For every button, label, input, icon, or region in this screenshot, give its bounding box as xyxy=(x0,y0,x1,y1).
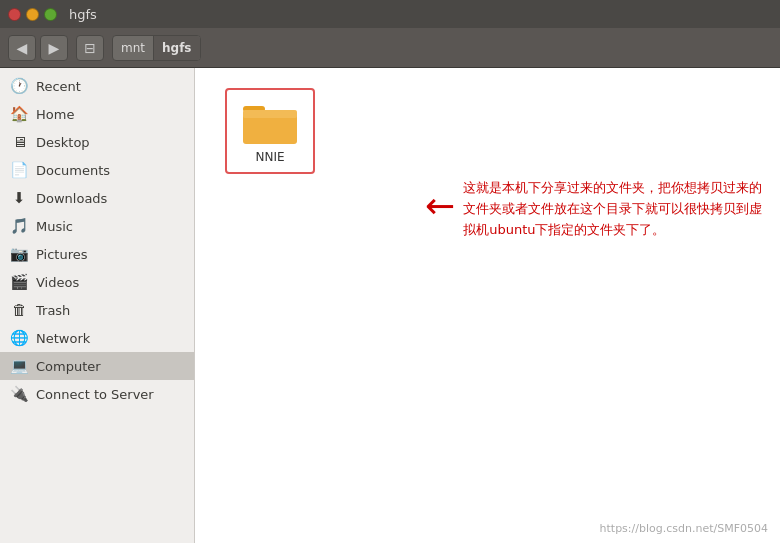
network-icon: 🌐 xyxy=(10,329,28,347)
maximize-button[interactable] xyxy=(44,8,57,21)
sidebar-item-documents[interactable]: 📄 Documents xyxy=(0,156,194,184)
svg-rect-2 xyxy=(243,110,297,118)
sidebar-item-music[interactable]: 🎵 Music xyxy=(0,212,194,240)
window-title: hgfs xyxy=(69,7,97,22)
sidebar-item-trash[interactable]: 🗑 Trash xyxy=(0,296,194,324)
sidebar-item-computer[interactable]: 💻 Computer xyxy=(0,352,194,380)
back-button[interactable]: ◀ xyxy=(8,35,36,61)
sidebar-item-videos[interactable]: 🎬 Videos xyxy=(0,268,194,296)
sidebar: 🕐 Recent 🏠 Home 🖥 Desktop 📄 Documents ⬇ … xyxy=(0,68,195,543)
sidebar-label-desktop: Desktop xyxy=(36,135,184,150)
sidebar-label-documents: Documents xyxy=(36,163,184,178)
sidebar-label-downloads: Downloads xyxy=(36,191,184,206)
arrow-icon: ← xyxy=(425,188,455,224)
close-button[interactable] xyxy=(8,8,21,21)
trash-icon: 🗑 xyxy=(10,301,28,319)
content-area: NNIE ← 这就是本机下分享过来的文件夹，把你想拷贝过来的文件夹或者文件放在这… xyxy=(195,68,780,543)
sidebar-label-computer: Computer xyxy=(36,359,184,374)
sidebar-label-home: Home xyxy=(36,107,184,122)
pictures-icon: 📷 xyxy=(10,245,28,263)
connect-server-icon: 🔌 xyxy=(10,385,28,403)
annotation-text: 这就是本机下分享过来的文件夹，把你想拷贝过来的文件夹或者文件放在这个目录下就可以… xyxy=(463,178,773,240)
main-area: 🕐 Recent 🏠 Home 🖥 Desktop 📄 Documents ⬇ … xyxy=(0,68,780,543)
videos-icon: 🎬 xyxy=(10,273,28,291)
watermark: https://blog.csdn.net/SMF0504 xyxy=(600,522,768,535)
sidebar-label-music: Music xyxy=(36,219,184,234)
window-controls xyxy=(8,8,57,21)
annotation: ← 这就是本机下分享过来的文件夹，把你想拷贝过来的文件夹或者文件放在这个目录下就… xyxy=(425,178,773,240)
breadcrumb-hgfs[interactable]: hgfs xyxy=(154,36,200,60)
sidebar-item-recent[interactable]: 🕐 Recent xyxy=(0,72,194,100)
folder-icon xyxy=(241,98,299,146)
home-icon: 🏠 xyxy=(10,105,28,123)
sidebar-label-pictures: Pictures xyxy=(36,247,184,262)
breadcrumb-mnt[interactable]: mnt xyxy=(113,36,154,60)
forward-button[interactable]: ▶ xyxy=(40,35,68,61)
titlebar: hgfs xyxy=(0,0,780,28)
sidebar-label-connect-server: Connect to Server xyxy=(36,387,184,402)
sidebar-label-network: Network xyxy=(36,331,184,346)
recent-icon: 🕐 xyxy=(10,77,28,95)
sidebar-label-videos: Videos xyxy=(36,275,184,290)
sidebar-item-home[interactable]: 🏠 Home xyxy=(0,100,194,128)
sidebar-item-network[interactable]: 🌐 Network xyxy=(0,324,194,352)
sidebar-item-desktop[interactable]: 🖥 Desktop xyxy=(0,128,194,156)
downloads-icon: ⬇ xyxy=(10,189,28,207)
toolbar: ◀ ▶ ⊟ mnt hgfs xyxy=(0,28,780,68)
location-icon: ⊟ xyxy=(76,35,104,61)
documents-icon: 📄 xyxy=(10,161,28,179)
music-icon: 🎵 xyxy=(10,217,28,235)
folder-nnie[interactable]: NNIE xyxy=(225,88,315,174)
sidebar-item-pictures[interactable]: 📷 Pictures xyxy=(0,240,194,268)
minimize-button[interactable] xyxy=(26,8,39,21)
folder-name: NNIE xyxy=(255,150,284,164)
computer-icon: 💻 xyxy=(10,357,28,375)
breadcrumb: mnt hgfs xyxy=(112,35,201,61)
sidebar-label-recent: Recent xyxy=(36,79,184,94)
sidebar-label-trash: Trash xyxy=(36,303,184,318)
sidebar-item-downloads[interactable]: ⬇ Downloads xyxy=(0,184,194,212)
sidebar-item-connect-server[interactable]: 🔌 Connect to Server xyxy=(0,380,194,408)
desktop-icon: 🖥 xyxy=(10,133,28,151)
